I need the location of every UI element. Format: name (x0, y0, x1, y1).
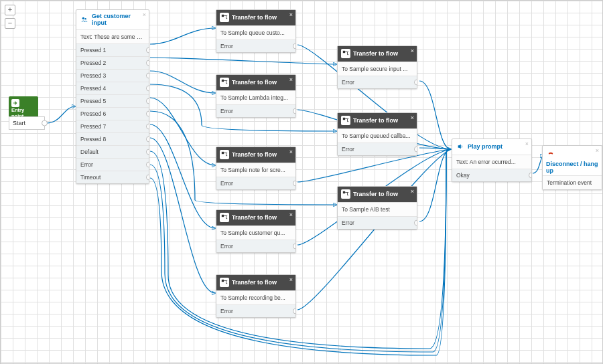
port-dot[interactable] (146, 175, 149, 181)
entry-start-port[interactable]: Start (9, 116, 45, 130)
port-dot[interactable] (293, 308, 295, 314)
port-error[interactable]: Error (216, 240, 295, 252)
port-dot[interactable] (293, 43, 295, 50)
svg-rect-5 (222, 215, 224, 217)
entry-arrow-icon (11, 99, 19, 107)
port-dot[interactable] (529, 173, 531, 179)
port-dot[interactable] (293, 181, 295, 187)
svg-rect-4 (222, 152, 224, 154)
flow-icon (220, 13, 229, 22)
flow-icon (220, 78, 229, 87)
port-error[interactable]: Error (216, 39, 295, 52)
close-icon[interactable]: × (289, 11, 293, 18)
block-text: Text: These are some ex... (76, 29, 149, 43)
close-icon[interactable]: × (411, 48, 414, 54)
block-title: Transfer to flow (353, 191, 398, 197)
hangup-icon (546, 149, 555, 158)
port-dot[interactable] (146, 86, 149, 92)
port-pressed-8[interactable]: Pressed 8 (76, 132, 149, 145)
transfer-flow-block[interactable]: Transfer to flow × To Sample note for sc… (216, 147, 296, 190)
close-icon[interactable]: × (411, 114, 414, 121)
svg-rect-8 (343, 118, 345, 120)
close-icon[interactable]: × (289, 211, 293, 218)
port-dot[interactable] (293, 244, 295, 250)
svg-rect-2 (222, 15, 224, 17)
flow-icon (220, 150, 229, 159)
flow-icon (220, 278, 229, 287)
transfer-flow-block[interactable]: Transfer to flow × To Sample queued call… (337, 112, 417, 156)
transfer-flow-block[interactable]: Transfer to flow × To Sample queue custo… (216, 9, 296, 53)
port-timeout[interactable]: Timeout (76, 171, 149, 183)
get-customer-input-block[interactable]: Get customer input × Text: These are som… (76, 9, 149, 184)
port-dot[interactable] (414, 80, 417, 86)
port-error[interactable]: Error (76, 158, 149, 171)
port-pressed-6[interactable]: Pressed 6 (76, 107, 149, 120)
svg-rect-7 (343, 51, 345, 53)
port-pressed-2[interactable]: Pressed 2 (76, 56, 149, 69)
block-text: Text: An error ocurred... (452, 155, 531, 169)
block-text: Termination event (543, 175, 602, 189)
play-prompt-block[interactable]: Play prompt × Text: An error ocurred... … (452, 139, 532, 182)
port-pressed-1[interactable]: Pressed 1 (76, 43, 149, 56)
svg-point-1 (85, 18, 86, 19)
block-title: Transfer to flow (232, 79, 277, 86)
transfer-flow-block[interactable]: Transfer to flow × To Sample secure inpu… (337, 46, 417, 89)
block-title: Play prompt (468, 143, 503, 150)
port-dot[interactable] (146, 162, 149, 168)
zoom-controls: + − (5, 5, 15, 31)
port-default[interactable]: Default (76, 145, 149, 158)
port-dot[interactable] (414, 147, 417, 153)
close-icon[interactable]: × (289, 276, 293, 283)
close-icon[interactable]: × (289, 149, 293, 155)
port-error[interactable]: Error (216, 304, 295, 317)
port-dot[interactable] (146, 111, 149, 117)
close-icon[interactable]: × (596, 147, 599, 154)
transfer-flow-block[interactable]: Transfer to flow × To Sample Lambda inte… (216, 74, 296, 118)
close-icon[interactable]: × (289, 76, 293, 83)
port-dot[interactable] (146, 149, 149, 155)
port-error[interactable]: Error (338, 143, 417, 155)
block-text: To Sample recording be... (216, 290, 295, 304)
close-icon[interactable]: × (143, 11, 146, 18)
port-dot[interactable] (414, 220, 417, 226)
people-icon (80, 15, 89, 24)
port-okay[interactable]: Okay (452, 169, 531, 181)
block-text: To Sample queue custo... (216, 25, 295, 39)
block-text: To Sample note for scre... (216, 163, 295, 177)
block-title: Transfer to flow (232, 14, 277, 21)
port-dot[interactable] (146, 98, 149, 104)
port-error[interactable]: Error (338, 76, 417, 88)
port-dot[interactable] (146, 124, 149, 130)
port-error[interactable]: Error (338, 216, 417, 229)
transfer-flow-block[interactable]: Transfer to flow × To Sample A/B test Er… (337, 186, 417, 230)
zoom-in-button[interactable]: + (5, 5, 15, 15)
port-pressed-5[interactable]: Pressed 5 (76, 94, 149, 107)
port-pressed-7[interactable]: Pressed 7 (76, 120, 149, 132)
block-title: Transfer to flow (353, 50, 398, 57)
port-dot[interactable] (146, 60, 149, 66)
port-pressed-3[interactable]: Pressed 3 (76, 69, 149, 82)
port-dot[interactable] (146, 48, 149, 54)
zoom-out-button[interactable]: − (5, 18, 15, 29)
port-pressed-4[interactable]: Pressed 4 (76, 82, 149, 94)
port-dot[interactable] (42, 120, 48, 126)
block-title: Get customer input (92, 13, 145, 26)
block-title: Transfer to flow (353, 117, 398, 124)
entry-start-label: Start (13, 120, 25, 126)
disconnect-block[interactable]: Disconnect / hang up × Termination event (542, 145, 602, 190)
port-dot[interactable] (146, 136, 149, 143)
port-dot[interactable] (293, 108, 295, 114)
close-icon[interactable]: × (525, 141, 529, 147)
block-text: To Sample A/B test (338, 202, 417, 216)
transfer-flow-block[interactable]: Transfer to flow × To Sample customer qu… (216, 209, 296, 253)
port-dot[interactable] (146, 73, 149, 79)
svg-point-0 (82, 17, 84, 19)
svg-rect-3 (222, 80, 224, 82)
port-error[interactable]: Error (216, 177, 295, 189)
svg-rect-6 (222, 280, 224, 282)
block-title: Transfer to flow (232, 151, 277, 158)
port-error[interactable]: Error (216, 104, 295, 117)
close-icon[interactable]: × (411, 188, 414, 195)
flow-icon (341, 116, 350, 125)
transfer-flow-block[interactable]: Transfer to flow × To Sample recording b… (216, 274, 296, 318)
